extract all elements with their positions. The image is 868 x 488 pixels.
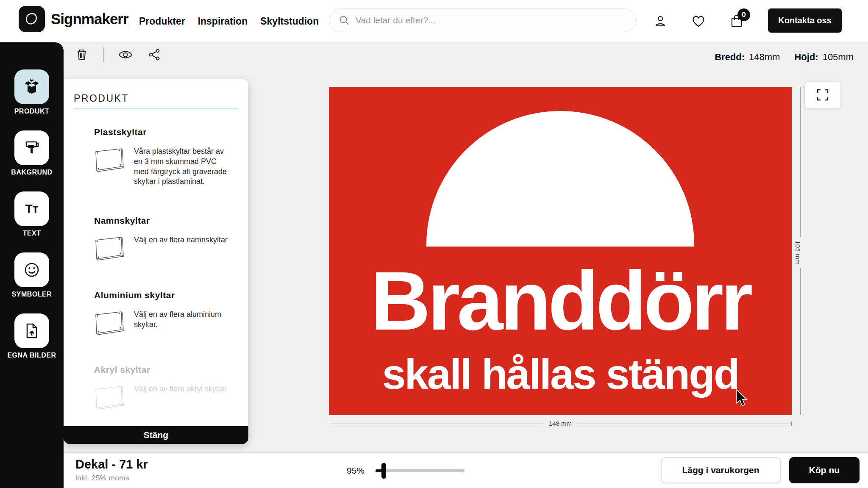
- editor-sidebar: PRODUKT BAKGRUND Tᴛ TEXT: [0, 42, 64, 488]
- section-title: Aluminium skyltar: [94, 290, 238, 300]
- panel-close-button[interactable]: Stäng: [64, 426, 248, 444]
- bottom-bar: Dekal - 71 kr inkl. 25% moms 95% Lägg i …: [64, 452, 868, 488]
- zoom-percentage: 95%: [347, 466, 364, 476]
- dimension-readout: Bredd:148mm Höjd:105mm: [715, 52, 854, 63]
- nav-skyltstudion[interactable]: Skyltstudion: [260, 16, 319, 27]
- sidebar-label: TEXT: [23, 230, 41, 237]
- delete-trash-icon[interactable]: [75, 47, 89, 62]
- sidebar-item-symboler[interactable]: SYMBOLER: [12, 252, 52, 298]
- text-Tt-icon: Tᴛ: [14, 191, 49, 226]
- height-dimension-label: 105 mm: [794, 237, 801, 268]
- section-aluminium-skyltar[interactable]: Aluminium skyltar Välj en av flera alumi…: [94, 290, 238, 336]
- zoom-slider[interactable]: [376, 469, 465, 472]
- sidebar-item-egna-bilder[interactable]: EGNA BILDER: [7, 313, 56, 359]
- sidebar-label: BAKGRUND: [11, 169, 52, 176]
- search-bar[interactable]: [329, 8, 637, 32]
- panel-title: PRODUKT: [64, 79, 248, 108]
- sign-thumbnail-icon: [94, 385, 125, 410]
- brand-name: Signmakerr: [51, 11, 128, 28]
- section-description: Välj en av flera namnskyltar: [134, 235, 228, 245]
- buy-now-button[interactable]: Köp nu: [789, 457, 860, 483]
- vat-note: inkl. 25% moms: [75, 474, 129, 482]
- section-description: Välj en av flera aluminium skyltar.: [134, 310, 231, 330]
- cart-count-badge: 0: [737, 8, 750, 21]
- section-title: Namnskyltar: [94, 216, 238, 226]
- share-icon[interactable]: [147, 47, 161, 62]
- wishlist-heart-icon[interactable]: [691, 14, 706, 29]
- section-plastskyltar[interactable]: Plastskyltar Våra plastskyltar består av…: [94, 127, 238, 187]
- sidebar-label: EGNA BILDER: [7, 352, 56, 359]
- sign-canvas[interactable]: Branddörr skall hållas stängd: [329, 87, 792, 415]
- svg-text:Tᴛ: Tᴛ: [25, 202, 39, 215]
- nav-produkter[interactable]: Produkter: [139, 16, 185, 27]
- sign-text-line2[interactable]: skall hållas stängd: [329, 353, 792, 396]
- brand-logo[interactable]: Signmakerr: [19, 6, 128, 32]
- toolbar-divider: [103, 47, 104, 62]
- section-title: Plastskyltar: [94, 127, 238, 137]
- zoom-slider-thumb[interactable]: [381, 463, 386, 479]
- fullscreen-button[interactable]: [804, 81, 841, 108]
- product-price: Dekal - 71 kr: [75, 458, 148, 471]
- paint-roller-icon: [14, 130, 49, 165]
- canvas-toolbar: [75, 47, 161, 62]
- sidebar-item-bakgrund[interactable]: BAKGRUND: [11, 130, 52, 176]
- height-readout: Höjd:105mm: [794, 52, 854, 63]
- account-icon[interactable]: [653, 14, 668, 29]
- width-readout: Bredd:148mm: [715, 52, 780, 63]
- sign-thumbnail-icon: [94, 311, 125, 336]
- sign-thumbnail-icon: [94, 147, 125, 173]
- section-description: Välj en av flera akryl skyltar: [134, 384, 227, 394]
- header-icons: 0: [653, 0, 744, 42]
- sign-thumbnail-icon: [94, 236, 125, 261]
- contact-button[interactable]: Kontakta oss: [768, 8, 842, 33]
- sign-text-line1[interactable]: Branddörr: [329, 260, 792, 343]
- top-header: Signmakerr Produkter Inspiration Skyltst…: [0, 0, 868, 42]
- section-akryl-skyltar[interactable]: Akryl skyltar Välj en av flera akryl sky…: [94, 365, 238, 410]
- smiley-icon: [14, 252, 49, 287]
- sidebar-item-text[interactable]: Tᴛ TEXT: [14, 191, 49, 237]
- section-title: Akryl skyltar: [94, 365, 238, 375]
- product-panel: PRODUKT Plastskyltar Våra plastskyltar b…: [64, 79, 248, 444]
- search-icon: [339, 15, 350, 26]
- zoom-control: 95%: [347, 453, 465, 488]
- open-box-icon: [14, 69, 49, 104]
- sidebar-item-produkt[interactable]: PRODUKT: [14, 69, 50, 115]
- section-description: Våra plastskyltar består av en 3 mm skum…: [134, 147, 231, 187]
- signmaker-app: Signmakerr Produkter Inspiration Skyltst…: [0, 0, 868, 488]
- search-input[interactable]: [356, 15, 627, 25]
- add-to-cart-button[interactable]: Lägg i varukorgen: [661, 457, 781, 483]
- cart-bag-icon[interactable]: 0: [729, 14, 744, 29]
- sidebar-label: PRODUKT: [14, 108, 50, 115]
- sign-semicircle-graphic: [426, 111, 694, 247]
- nav-inspiration[interactable]: Inspiration: [198, 16, 248, 27]
- preview-eye-icon[interactable]: [118, 47, 133, 62]
- logo-icon: [19, 6, 45, 32]
- sidebar-label: SYMBOLER: [12, 291, 52, 298]
- panel-body: Plastskyltar Våra plastskyltar består av…: [64, 109, 248, 410]
- width-dimension-label: 148 mm: [329, 420, 792, 427]
- main-nav: Produkter Inspiration Skyltstudion: [139, 0, 319, 42]
- section-namnskyltar[interactable]: Namnskyltar Välj en av flera namnskyltar: [94, 216, 238, 261]
- file-upload-icon: [14, 313, 49, 348]
